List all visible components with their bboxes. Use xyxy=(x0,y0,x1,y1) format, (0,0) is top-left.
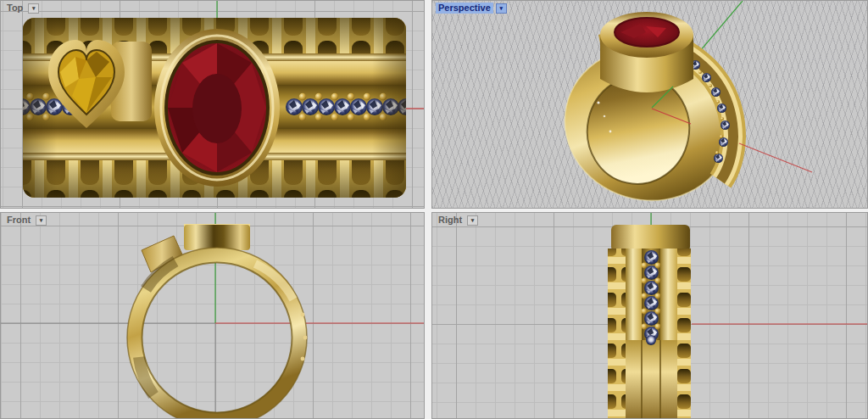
right-view-canvas[interactable] xyxy=(432,213,868,419)
viewport-menu-dropdown-icon[interactable]: ▾ xyxy=(496,3,507,14)
viewport-title-label[interactable]: Perspective xyxy=(436,3,493,14)
viewport-right[interactable]: Right ▾ xyxy=(431,212,868,419)
front-view-canvas[interactable] xyxy=(1,213,425,419)
viewport-menu-dropdown-icon[interactable]: ▾ xyxy=(36,215,47,226)
viewport-title-perspective[interactable]: Perspective ▾ xyxy=(436,3,507,14)
ruby-gem[interactable] xyxy=(154,29,280,187)
ruby-bezel-front[interactable] xyxy=(184,225,250,250)
ring-band-top-view[interactable] xyxy=(14,18,415,198)
ring-model-front[interactable] xyxy=(127,224,307,419)
viewport-front[interactable]: Front ▾ xyxy=(0,212,425,419)
band-lower-smooth xyxy=(626,340,677,419)
perspective-view-canvas[interactable] xyxy=(432,1,868,209)
viewport-perspective[interactable]: Perspective ▾ xyxy=(431,0,868,209)
viewport-menu-dropdown-icon[interactable]: ▾ xyxy=(28,3,39,14)
viewport-title-label[interactable]: Front xyxy=(4,215,33,226)
bezel-side-view[interactable] xyxy=(611,225,690,252)
top-view-canvas[interactable] xyxy=(1,1,425,209)
ring-model-perspective[interactable] xyxy=(550,12,746,209)
viewport-title-right[interactable]: Right ▾ xyxy=(436,215,478,226)
viewport-title-front[interactable]: Front ▾ xyxy=(4,215,47,226)
viewport-title-label[interactable]: Top xyxy=(4,3,25,14)
viewport-menu-dropdown-icon[interactable]: ▾ xyxy=(467,215,478,226)
viewport-title-top[interactable]: Top ▾ xyxy=(4,3,39,14)
ruby-bezel-perspective[interactable] xyxy=(600,12,693,92)
ring-model-right[interactable] xyxy=(608,225,691,419)
viewport-title-label[interactable]: Right xyxy=(436,215,465,226)
axis-x-positive xyxy=(739,143,812,172)
viewport-top[interactable]: Top ▾ xyxy=(0,0,425,209)
